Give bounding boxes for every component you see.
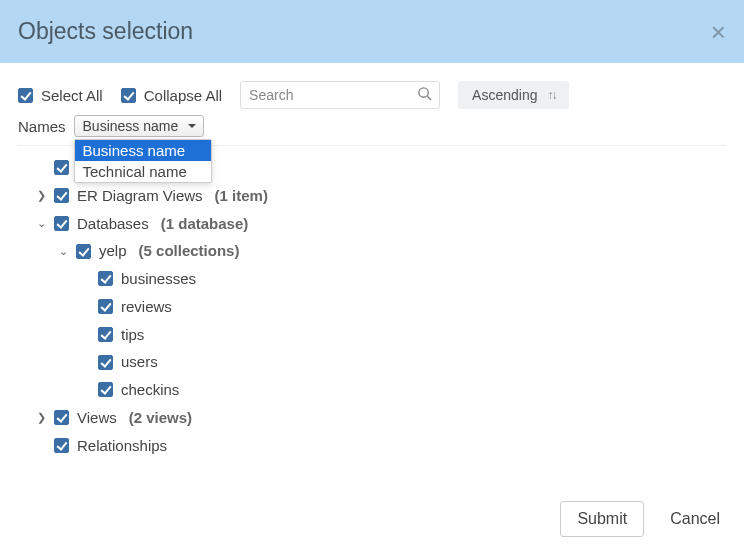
col-users-checkbox[interactable] xyxy=(98,355,113,370)
databases-checkbox[interactable] xyxy=(54,216,69,231)
close-icon[interactable]: × xyxy=(711,19,726,45)
sort-icon: ↑↓ xyxy=(547,88,555,102)
collapse-all-box[interactable] xyxy=(121,88,136,103)
names-option-business[interactable]: Business name xyxy=(75,140,211,161)
relationships-checkbox[interactable] xyxy=(54,438,69,453)
names-select-value[interactable]: Business name xyxy=(74,115,204,137)
views-count: (2 views) xyxy=(129,404,192,432)
names-dropdown: Business name Technical name xyxy=(74,139,212,183)
views-label: Views xyxy=(77,404,117,432)
select-all-label: Select All xyxy=(41,87,103,104)
yelp-checkbox[interactable] xyxy=(76,244,91,259)
names-label: Names xyxy=(18,118,66,135)
col-reviews-label: reviews xyxy=(121,293,172,321)
dialog-title: Objects selection xyxy=(18,18,193,45)
collapse-all-checkbox[interactable]: Collapse All xyxy=(121,87,222,104)
names-option-technical[interactable]: Technical name xyxy=(75,161,211,182)
er-views-label: ER Diagram Views xyxy=(77,182,203,210)
er-views-count: (1 item) xyxy=(215,182,268,210)
yelp-label: yelp xyxy=(99,237,127,265)
search-input[interactable] xyxy=(240,81,440,109)
collapse-all-label: Collapse All xyxy=(144,87,222,104)
submit-button[interactable]: Submit xyxy=(560,501,644,537)
relationships-label: Relationships xyxy=(77,432,167,460)
col-checkins-label: checkins xyxy=(121,376,179,404)
yelp-count: (5 collections) xyxy=(139,237,240,265)
chevron-right-icon[interactable]: ❯ xyxy=(36,407,46,427)
databases-count: (1 database) xyxy=(161,210,249,238)
select-all-checkbox[interactable]: Select All xyxy=(18,87,103,104)
col-businesses-checkbox[interactable] xyxy=(98,271,113,286)
sort-button[interactable]: Ascending ↑↓ xyxy=(458,81,569,109)
col-tips-label: tips xyxy=(121,321,144,349)
cancel-button[interactable]: Cancel xyxy=(664,509,726,529)
dialog-header: Objects selection × xyxy=(0,0,744,63)
chevron-down-icon[interactable]: ⌄ xyxy=(36,213,46,233)
databases-label: Databases xyxy=(77,210,149,238)
names-row: Names Business name Business name Techni… xyxy=(0,115,744,145)
er-views-checkbox[interactable] xyxy=(54,188,69,203)
col-checkins-checkbox[interactable] xyxy=(98,382,113,397)
select-all-box[interactable] xyxy=(18,88,33,103)
views-checkbox[interactable] xyxy=(54,410,69,425)
col-reviews-checkbox[interactable] xyxy=(98,299,113,314)
chevron-right-icon[interactable]: ❯ xyxy=(36,185,46,205)
col-users-label: users xyxy=(121,348,158,376)
chevron-down-icon[interactable]: ⌄ xyxy=(58,241,68,261)
col-businesses-label: businesses xyxy=(121,265,196,293)
tree: ▸ ❯ ER Diagram Views (1 item) ⌄ Database… xyxy=(0,146,744,477)
sort-label: Ascending xyxy=(472,87,537,103)
col-tips-checkbox[interactable] xyxy=(98,327,113,342)
tree-root-checkbox[interactable] xyxy=(54,160,69,175)
search-wrap xyxy=(240,81,440,109)
names-select[interactable]: Business name Business name Technical na… xyxy=(74,115,204,137)
footer: Submit Cancel xyxy=(560,501,726,537)
controls-bar: Select All Collapse All Ascending ↑↓ xyxy=(0,63,744,115)
